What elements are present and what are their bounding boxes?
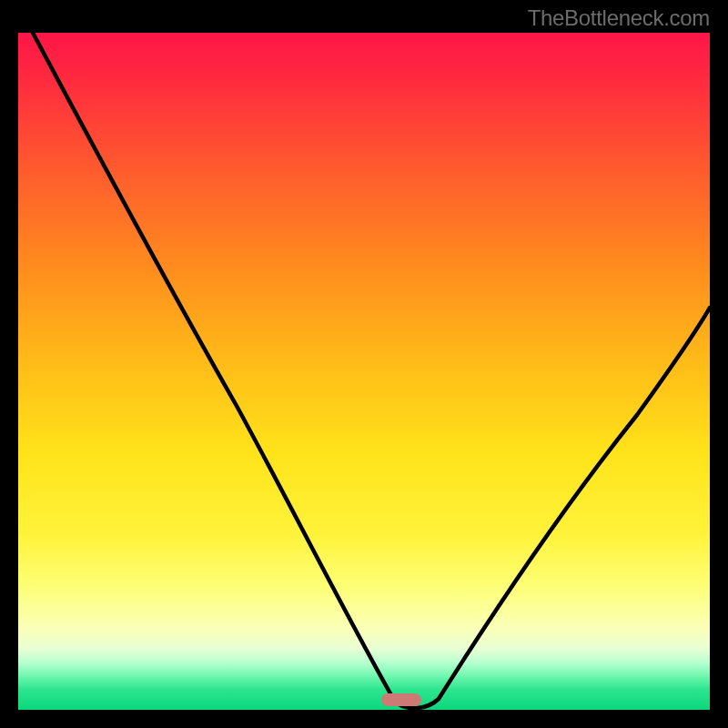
bottleneck-curve [18, 33, 710, 710]
watermark-text: TheBottleneck.com [528, 5, 710, 31]
chart-frame: TheBottleneck.com [0, 0, 728, 728]
plot-area [18, 33, 710, 710]
curve-path [33, 33, 710, 708]
optimal-marker [381, 693, 421, 706]
